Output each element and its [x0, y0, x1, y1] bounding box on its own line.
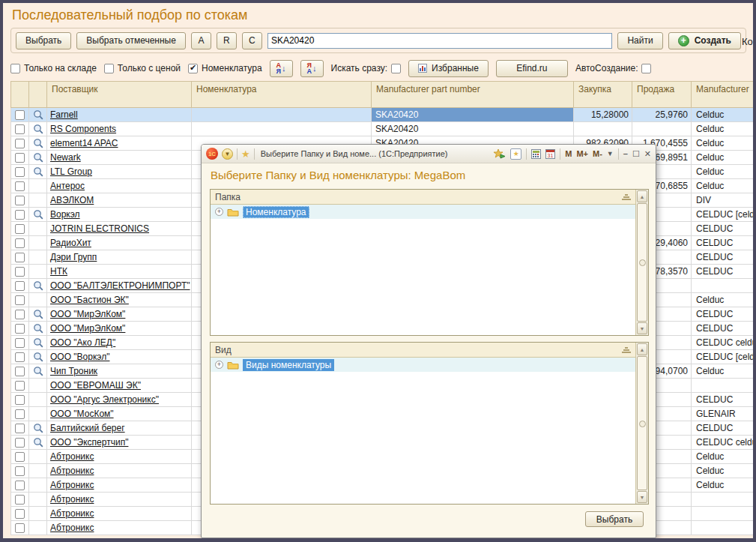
chevron-down-icon[interactable]: ▼: [607, 150, 614, 157]
header-icon-col[interactable]: [29, 82, 47, 108]
row-checkbox[interactable]: [15, 452, 25, 462]
nomenclature-checkbox[interactable]: [188, 64, 198, 73]
select-button[interactable]: Выбрать: [16, 32, 71, 49]
row-checkbox[interactable]: [15, 338, 25, 348]
type-scrollbar[interactable]: ▲ ▼: [635, 343, 648, 504]
row-checkbox[interactable]: [15, 367, 25, 376]
row-checkbox[interactable]: [15, 395, 25, 405]
table-row[interactable]: FarnellSKA2042015,2800025,9760Celduc: [10, 108, 753, 122]
supplier-link[interactable]: JOTRIN ELECTRONICS: [50, 223, 149, 234]
header-manufacturer[interactable]: Manufacturer: [692, 82, 753, 108]
row-checkbox[interactable]: [15, 310, 25, 319]
supplier-link[interactable]: ООО "МирЭлКом": [50, 323, 125, 334]
row-checkbox[interactable]: [15, 466, 25, 476]
row-checkbox[interactable]: [15, 253, 25, 262]
supplier-link[interactable]: ООО "Ако ЛЕД": [50, 337, 115, 348]
supplier-link[interactable]: Абтроникс: [50, 494, 94, 505]
maximize-button[interactable]: ☐: [632, 149, 640, 159]
header-purchase[interactable]: Закупка: [574, 82, 632, 108]
scroll-thumb[interactable]: [637, 356, 647, 490]
sort-descending-button[interactable]: ЯА↓: [300, 60, 324, 77]
supplier-link[interactable]: Абтроникс: [50, 523, 94, 533]
supplier-link[interactable]: АВЭЛКОМ: [50, 195, 94, 205]
supplier-link[interactable]: НТК: [50, 266, 67, 277]
supplier-link[interactable]: element14 APAC: [50, 138, 118, 148]
only-with-price-checkbox[interactable]: [104, 64, 114, 73]
filter-a-button[interactable]: A: [191, 32, 211, 49]
find-button[interactable]: Найти: [617, 32, 662, 49]
supplier-link[interactable]: ООО "МосКом": [50, 409, 114, 419]
calculator-icon[interactable]: [531, 149, 541, 159]
favorites-button[interactable]: Избранные: [408, 60, 489, 77]
star-icon[interactable]: ★: [241, 149, 250, 159]
minimize-button[interactable]: –: [623, 149, 628, 158]
supplier-link[interactable]: РадиоХит: [50, 238, 91, 248]
supplier-link[interactable]: ООО "Экспертчип": [50, 437, 128, 448]
scroll-down-icon[interactable]: ▼: [637, 322, 647, 334]
header-supplier[interactable]: Поставщик: [47, 82, 192, 108]
supplier-link[interactable]: ООО "ЕВРОМАШ ЭК": [50, 380, 141, 391]
row-checkbox[interactable]: [15, 481, 25, 490]
only-with-price-option[interactable]: Только с ценой: [104, 63, 181, 73]
supplier-link[interactable]: Чип Троник: [50, 366, 97, 376]
dialog-select-button[interactable]: Выбрать: [585, 511, 644, 527]
row-checkbox[interactable]: [15, 153, 25, 163]
supplier-link[interactable]: Абтроникс: [50, 451, 94, 462]
row-checkbox[interactable]: [15, 438, 25, 448]
sort-icon[interactable]: [622, 194, 631, 200]
type-tree-row[interactable]: + Виды номенклатуры: [211, 358, 635, 372]
folder-panel-header[interactable]: Папка: [211, 190, 635, 205]
row-checkbox[interactable]: [15, 167, 25, 177]
supplier-link[interactable]: Антерос: [50, 181, 85, 191]
row-checkbox[interactable]: [15, 295, 25, 305]
row-checkbox[interactable]: [15, 124, 25, 134]
sort-ascending-button[interactable]: АЯ↓: [270, 60, 293, 77]
filter-r-button[interactable]: R: [217, 32, 237, 49]
supplier-link[interactable]: Абтроникс: [50, 480, 94, 490]
memory-button[interactable]: M: [565, 149, 572, 158]
scroll-thumb[interactable]: [637, 203, 647, 322]
supplier-link[interactable]: Воркэл: [50, 209, 80, 220]
row-checkbox[interactable]: [15, 139, 25, 148]
memory-minus-button[interactable]: M-: [593, 149, 602, 158]
supplier-link[interactable]: ООО "Бастион ЭК": [50, 295, 129, 305]
table-row[interactable]: RS ComponentsSKA20420Celduc: [10, 122, 753, 136]
header-nomenclature[interactable]: Номенклатура: [192, 82, 372, 108]
supplier-link[interactable]: ООО "БАЛТЭЛЕКТРОНИМПОРТ": [50, 280, 190, 291]
favorites-list-icon[interactable]: ★: [510, 148, 521, 160]
expand-plus-icon[interactable]: +: [215, 208, 223, 216]
supplier-link[interactable]: ООО "Аргус Электроникс": [50, 394, 159, 405]
row-checkbox[interactable]: [15, 381, 25, 391]
folder-tree-item[interactable]: Номенклатура: [243, 206, 309, 218]
row-checkbox[interactable]: [15, 196, 25, 205]
supplier-link[interactable]: Дэри Групп: [50, 252, 97, 262]
row-checkbox[interactable]: [15, 324, 25, 334]
row-checkbox[interactable]: [15, 424, 25, 433]
row-checkbox[interactable]: [15, 409, 25, 419]
row-checkbox[interactable]: [15, 495, 25, 505]
search-now-option[interactable]: Искать сразу:: [331, 63, 402, 73]
scroll-up-icon[interactable]: ▲: [637, 343, 647, 355]
supplier-link[interactable]: Балтийский берег: [50, 423, 125, 433]
filter-c-button[interactable]: C: [242, 32, 262, 49]
row-checkbox[interactable]: [15, 210, 25, 220]
row-checkbox[interactable]: [15, 509, 25, 519]
folder-scrollbar[interactable]: ▲ ▼: [635, 190, 648, 335]
header-sale[interactable]: Продажа: [632, 82, 692, 108]
dialog-titlebar[interactable]: 1С ▼ ★ Выберите Папку и Вид номе... (1С:…: [202, 145, 656, 163]
select-marked-button[interactable]: Выбрать отмеченные: [76, 32, 186, 49]
create-button[interactable]: +Создать: [668, 32, 741, 49]
memory-plus-button[interactable]: M+: [576, 149, 588, 158]
add-favorite-icon[interactable]: [494, 148, 506, 159]
close-button[interactable]: ✕: [644, 149, 651, 159]
folder-tree-row[interactable]: + Номенклатура: [211, 205, 635, 219]
row-checkbox[interactable]: [15, 523, 25, 533]
header-mpn[interactable]: Manufacturer part number: [372, 82, 574, 108]
supplier-link[interactable]: Newark: [50, 152, 81, 163]
type-tree-item[interactable]: Виды номенклатуры: [243, 359, 334, 371]
autocreate-checkbox[interactable]: [641, 64, 651, 73]
supplier-link[interactable]: Farnell: [50, 109, 78, 120]
efind-button[interactable]: Efind.ru: [496, 60, 568, 77]
row-checkbox[interactable]: [15, 110, 25, 120]
only-in-stock-option[interactable]: Только на складе: [10, 63, 97, 73]
